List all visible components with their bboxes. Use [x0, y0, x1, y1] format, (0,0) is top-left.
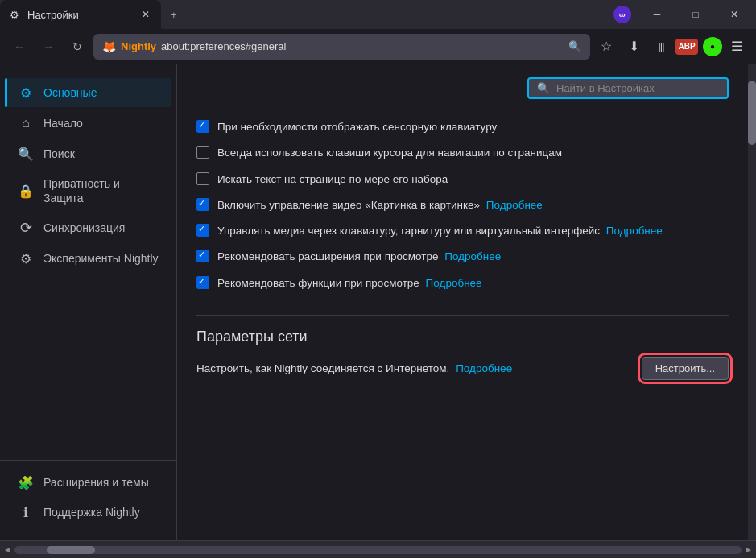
setting-label-find-text: Искать текст на странице по мере его наб… — [217, 172, 448, 188]
setting-label-recommend-extensions: Рекомендовать расширения при просмотре П… — [217, 249, 501, 265]
sidebar-label-basic: Основные — [43, 85, 97, 100]
close-button[interactable]: ✕ — [716, 2, 753, 27]
extensions-icon: ||| — [658, 40, 663, 52]
search-input-wrap[interactable]: 🔍 — [527, 77, 729, 99]
experiments-icon: ⚙ — [18, 250, 34, 267]
sync-icon: ⟳ — [18, 220, 34, 236]
bottom-scrollbar: ◄ ► — [0, 540, 756, 558]
firefox-flame-icon: 🦊 — [102, 40, 116, 53]
content-area: 🔍 При необходимости отображать сенсорную… — [177, 64, 748, 540]
network-description: Настроить, как Nightly соединяется с Инт… — [196, 362, 632, 374]
toolbar-right: ☆ ⬇ ||| ABP ● ☰ — [593, 34, 750, 60]
back-button[interactable]: ← — [6, 34, 32, 60]
bookmark-button[interactable]: ☆ — [593, 34, 619, 60]
tab-title: Настройки — [27, 9, 132, 21]
sidebar-item-sync[interactable]: ⟳ Синхронизация — [5, 213, 171, 242]
settings-list: При необходимости отображать сенсорную к… — [196, 115, 729, 296]
forward-icon: → — [43, 40, 54, 53]
maximize-button[interactable]: □ — [677, 2, 714, 27]
back-icon: ← — [14, 40, 25, 53]
title-bar: ⚙ Настройки ✕ + ∞ ─ □ ✕ — [0, 0, 756, 29]
sidebar-spacer — [0, 274, 176, 460]
checkbox-media-keyboard[interactable] — [196, 224, 209, 237]
horizontal-scroll-track[interactable] — [14, 546, 742, 554]
url-text: about:preferences#general — [161, 40, 286, 52]
tab-close-button[interactable]: ✕ — [138, 7, 153, 22]
sidebar-label-experiments: Эксперименты Nightly — [43, 251, 159, 266]
search-box: 🔍 — [196, 77, 729, 99]
sidebar-label-privacy: Приватность и Защита — [43, 176, 159, 205]
vertical-scrollbar[interactable] — [748, 64, 756, 540]
setting-row-media-keyboard: Управлять медиа через клавиатуру, гарнит… — [196, 219, 729, 243]
search-input-icon: 🔍 — [537, 82, 550, 94]
recommend-features-learn-more-link[interactable]: Подробнее — [426, 277, 482, 289]
minimize-button[interactable]: ─ — [638, 2, 675, 27]
network-section-title: Параметры сети — [196, 329, 729, 345]
reload-button[interactable]: ↻ — [64, 34, 90, 60]
new-tab-button[interactable]: + — [161, 0, 187, 29]
svg-text:∞: ∞ — [619, 10, 626, 19]
sidebar-bottom: 🧩 Расширения и темы ℹ Поддержка Nightly — [0, 460, 176, 527]
bookmark-icon: ☆ — [601, 39, 612, 54]
setting-row-cursor-keys: Всегда использовать клавиши курсора для … — [196, 141, 729, 165]
new-tab-icon: + — [171, 9, 177, 21]
scrollbar-thumb[interactable] — [748, 81, 756, 145]
search-input[interactable] — [556, 82, 719, 94]
sidebar-item-extensions[interactable]: 🧩 Расширения и темы — [5, 468, 171, 497]
download-button[interactable]: ⬇ — [621, 34, 647, 60]
configure-button[interactable]: Настроить... — [642, 357, 729, 380]
address-bar[interactable]: 🦊 Nightly about:preferences#general 🔍 — [93, 34, 590, 60]
search-nav-icon: 🔍 — [18, 146, 34, 162]
pip-learn-more-link[interactable]: Подробнее — [486, 199, 543, 211]
checkbox-cursor-keys[interactable] — [196, 146, 209, 159]
setting-row-touch-keyboard: При необходимости отображать сенсорную к… — [196, 115, 729, 139]
section-divider — [196, 315, 729, 316]
extensions-button[interactable]: ||| — [648, 34, 674, 60]
active-tab[interactable]: ⚙ Настройки ✕ — [0, 0, 161, 29]
settings-icon: ⚙ — [18, 85, 34, 101]
network-row: Настроить, как Nightly соединяется с Инт… — [196, 357, 729, 380]
recommend-extensions-learn-more-link[interactable]: Подробнее — [444, 250, 501, 262]
sidebar-item-support[interactable]: ℹ Поддержка Nightly — [5, 498, 171, 527]
profile-button[interactable]: ● — [703, 37, 722, 56]
scroll-left-icon[interactable]: ◄ — [3, 545, 11, 554]
toolbar: ← → ↻ 🦊 Nightly about:preferences#genera… — [0, 29, 756, 64]
checkbox-recommend-extensions[interactable] — [196, 250, 209, 262]
setting-row-find-text: Искать текст на странице по мере его наб… — [196, 167, 729, 192]
setting-label-pip: Включить управление видео «Картинка в ка… — [217, 197, 543, 213]
sidebar-label-search: Поиск — [43, 147, 75, 161]
adblock-button[interactable]: ABP — [675, 39, 698, 55]
setting-label-touch-keyboard: При необходимости отображать сенсорную к… — [217, 119, 497, 135]
lock-icon: 🔒 — [18, 183, 34, 199]
reload-icon: ↻ — [72, 40, 82, 53]
checkbox-recommend-features[interactable] — [196, 276, 209, 289]
sidebar-label-extensions: Расширения и темы — [43, 475, 149, 490]
active-indicator — [5, 78, 7, 107]
network-learn-more-link[interactable]: Подробнее — [456, 362, 512, 374]
scroll-right-icon[interactable]: ► — [745, 545, 753, 554]
sidebar-item-privacy[interactable]: 🔒 Приватность и Защита — [5, 170, 171, 212]
support-icon: ℹ — [18, 504, 34, 520]
checkbox-find-text[interactable] — [196, 172, 209, 185]
sidebar-item-basic[interactable]: ⚙ Основные — [5, 78, 171, 107]
setting-label-cursor-keys: Всегда использовать клавиши курсора для … — [217, 145, 562, 161]
tab-settings-icon: ⚙ — [8, 8, 21, 21]
menu-button[interactable]: ☰ — [724, 34, 750, 60]
checkbox-pip[interactable] — [196, 198, 209, 211]
sidebar-item-search[interactable]: 🔍 Поиск — [5, 139, 171, 168]
abp-label: ABP — [678, 42, 695, 51]
window-controls: ─ □ ✕ — [638, 2, 756, 27]
menu-icon: ☰ — [731, 39, 742, 54]
checkbox-touch-keyboard[interactable] — [196, 120, 209, 133]
forward-button[interactable]: → — [35, 34, 61, 60]
sidebar-item-experiments[interactable]: ⚙ Эксперименты Nightly — [5, 244, 171, 273]
main-layout: ⚙ Основные ⌂ Начало 🔍 Поиск 🔒 Приватност… — [0, 64, 756, 540]
address-text: Nightly about:preferences#general — [121, 40, 564, 52]
sidebar: ⚙ Основные ⌂ Начало 🔍 Поиск 🔒 Приватност… — [0, 64, 177, 540]
download-icon: ⬇ — [629, 39, 639, 54]
home-icon: ⌂ — [18, 115, 34, 131]
sidebar-item-home[interactable]: ⌂ Начало — [5, 109, 171, 138]
media-keyboard-learn-more-link[interactable]: Подробнее — [606, 225, 663, 237]
setting-label-media-keyboard: Управлять медиа через клавиатуру, гарнит… — [217, 223, 663, 239]
horizontal-scroll-thumb[interactable] — [47, 546, 95, 554]
